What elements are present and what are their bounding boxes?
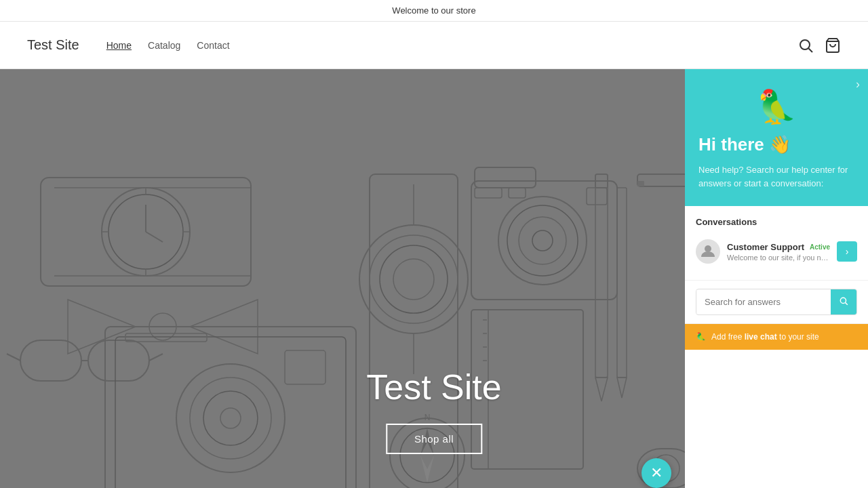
svg-point-33 bbox=[380, 245, 448, 313]
active-badge: Active bbox=[810, 243, 830, 251]
conv-arrow-button[interactable]: › bbox=[837, 241, 857, 262]
svg-point-67 bbox=[705, 245, 711, 252]
support-avatar bbox=[696, 239, 720, 264]
banner-text: Welcome to our store bbox=[392, 5, 475, 16]
svg-point-25 bbox=[190, 378, 271, 459]
chat-greeting: Hi there 👋 bbox=[698, 134, 854, 155]
svg-rect-43 bbox=[475, 188, 502, 198]
svg-line-1 bbox=[809, 48, 813, 52]
conversations-label: Conversations bbox=[696, 217, 857, 227]
site-logo: Test Site bbox=[27, 37, 79, 53]
chat-close-circle-button[interactable]: ✕ bbox=[642, 458, 671, 488]
nav-contact[interactable]: Contact bbox=[197, 40, 229, 51]
top-banner: Welcome to our store bbox=[0, 0, 868, 22]
conv-name: Customer Support bbox=[727, 242, 804, 252]
svg-line-69 bbox=[846, 303, 848, 305]
svg-line-7 bbox=[146, 232, 163, 242]
svg-rect-28 bbox=[285, 350, 326, 384]
nav-catalog[interactable]: Catalog bbox=[148, 40, 180, 51]
hero-content: Test Site Shop all bbox=[366, 367, 501, 454]
shop-all-button[interactable]: Shop all bbox=[386, 424, 482, 454]
svg-rect-17 bbox=[20, 340, 81, 381]
svg-point-68 bbox=[840, 298, 846, 303]
svg-line-20 bbox=[7, 354, 20, 361]
conv-preview: Welcome to our site, if you ne... bbox=[727, 253, 830, 262]
svg-point-34 bbox=[393, 259, 434, 300]
hero-section: N Test Site Shop all › 🦜 Hi there 👋 Need… bbox=[0, 69, 868, 488]
cart-icon[interactable] bbox=[825, 37, 841, 54]
conv-info: Customer Support Active Welcome to our s… bbox=[727, 242, 830, 262]
conversations-section: Conversations Customer Support Active bbox=[685, 206, 868, 281]
header-icons bbox=[797, 37, 841, 54]
conversation-item[interactable]: Customer Support Active Welcome to our s… bbox=[696, 234, 857, 269]
svg-marker-56 bbox=[617, 378, 627, 398]
chat-header: › 🦜 Hi there 👋 Need help? Search our hel… bbox=[685, 69, 868, 206]
nav-home[interactable]: Home bbox=[106, 40, 132, 51]
live-chat-link[interactable]: live chat bbox=[745, 332, 777, 342]
search-row bbox=[696, 289, 857, 315]
svg-point-42 bbox=[532, 230, 553, 251]
footer-parrot-icon: 🦜 bbox=[696, 332, 706, 342]
search-answers-input[interactable] bbox=[696, 290, 831, 314]
parrot-icon: 🦜 bbox=[698, 88, 854, 126]
chat-widget: › 🦜 Hi there 👋 Need help? Search our hel… bbox=[685, 69, 868, 488]
svg-point-41 bbox=[519, 217, 566, 264]
svg-point-26 bbox=[203, 391, 258, 445]
svg-rect-45 bbox=[587, 188, 607, 205]
search-icon[interactable] bbox=[797, 37, 814, 54]
svg-point-32 bbox=[370, 235, 458, 323]
chat-minimize-button[interactable]: › bbox=[856, 77, 860, 92]
main-nav: Home Catalog Contact bbox=[106, 40, 797, 51]
svg-rect-44 bbox=[509, 188, 526, 198]
search-submit-button[interactable] bbox=[831, 289, 856, 314]
chat-subtitle: Need help? Search our help center for an… bbox=[698, 163, 854, 190]
svg-rect-64 bbox=[637, 181, 644, 186]
svg-line-21 bbox=[149, 354, 163, 361]
chat-footer-banner: 🦜 Add free live chat to your site bbox=[685, 324, 868, 350]
chat-body: Conversations Customer Support Active bbox=[685, 206, 868, 488]
svg-point-40 bbox=[507, 205, 578, 276]
footer-text: Add free live chat to your site bbox=[711, 332, 819, 342]
svg-point-27 bbox=[220, 408, 241, 428]
svg-rect-18 bbox=[88, 340, 149, 381]
conv-name-row: Customer Support Active bbox=[727, 242, 830, 252]
svg-point-0 bbox=[800, 40, 810, 49]
svg-marker-60 bbox=[420, 455, 434, 483]
search-section bbox=[685, 281, 868, 324]
header: Test Site Home Catalog Contact bbox=[0, 22, 868, 69]
svg-point-31 bbox=[359, 225, 468, 333]
svg-point-24 bbox=[176, 364, 285, 472]
hero-title: Test Site bbox=[366, 367, 501, 407]
svg-marker-53 bbox=[595, 378, 608, 401]
svg-point-39 bbox=[498, 197, 587, 285]
svg-rect-38 bbox=[475, 167, 536, 188]
svg-rect-29 bbox=[125, 333, 207, 342]
svg-rect-55 bbox=[617, 188, 627, 378]
